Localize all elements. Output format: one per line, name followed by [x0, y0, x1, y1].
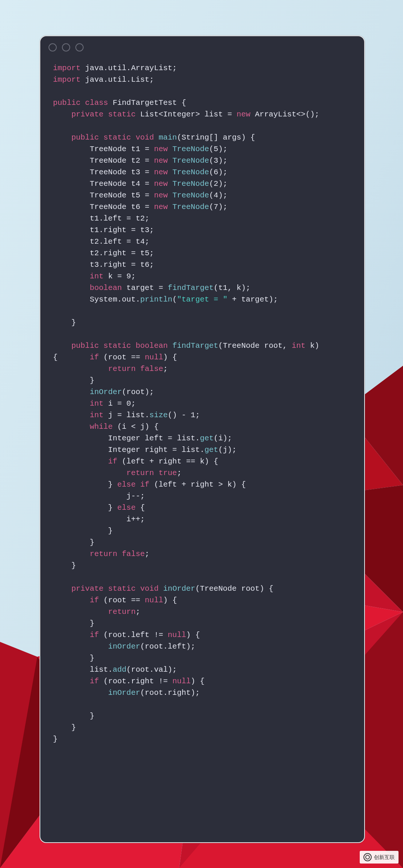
- minimize-dot-icon[interactable]: [62, 43, 70, 51]
- watermark-logo-icon: [363, 853, 372, 861]
- code-content: import java.util.ArrayList; import java.…: [40, 59, 364, 756]
- code-window: import java.util.ArrayList; import java.…: [40, 35, 365, 843]
- zoom-dot-icon[interactable]: [75, 43, 84, 51]
- watermark-badge: 创新互联: [360, 851, 399, 864]
- close-dot-icon[interactable]: [49, 43, 57, 51]
- watermark-text: 创新互联: [374, 854, 395, 861]
- window-titlebar: [40, 36, 364, 59]
